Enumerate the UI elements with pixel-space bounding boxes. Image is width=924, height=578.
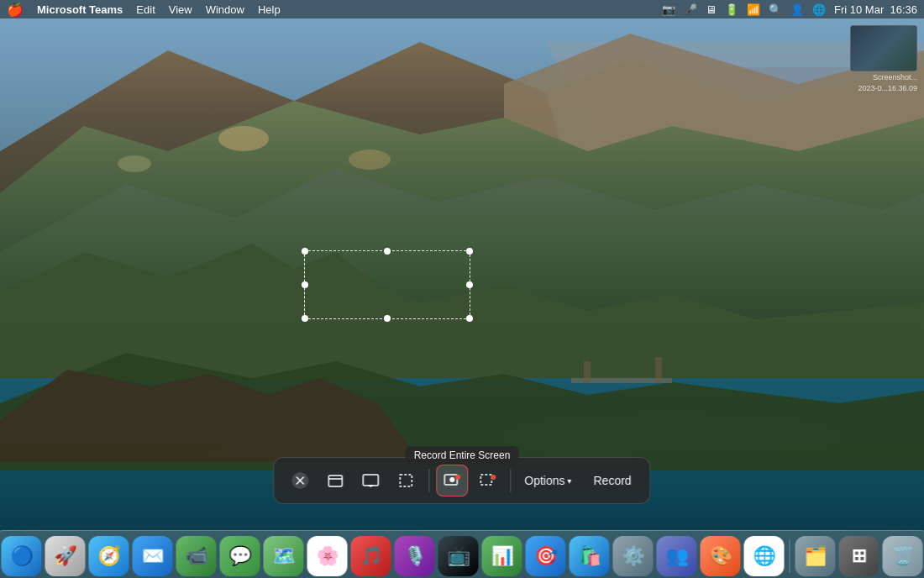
record-screen-button[interactable]	[436, 465, 468, 497]
dock-appletv[interactable]: 📺	[438, 536, 479, 576]
dock: 🔵 🚀 🧭 ✉️ 📹 💬 🗺️ 🌸 🎵 🎙️ 📺 📊 🎯	[0, 530, 924, 578]
handle-bottom-left[interactable]	[302, 315, 308, 322]
dock-keynote[interactable]: 🎯	[526, 536, 566, 576]
battery-icon: 🔋	[725, 3, 738, 16]
svg-point-34	[491, 475, 496, 480]
handle-top-left[interactable]	[302, 248, 308, 255]
record-screen-icon	[443, 471, 461, 490]
record-selection-button[interactable]	[471, 465, 503, 497]
svg-point-19	[349, 150, 391, 170]
menu-bar-right: 📷 🎤 🖥 🔋 📶 🔍 👤 🌐 Fri 10 Mar 16:36	[662, 3, 917, 16]
dock-separator	[790, 539, 790, 573]
screen-mirror-icon: 🖥	[706, 3, 717, 16]
svg-rect-16	[584, 361, 591, 382]
wifi-icon: 📶	[747, 3, 760, 16]
capture-screen-button[interactable]	[354, 465, 386, 497]
svg-point-20	[118, 155, 151, 172]
menu-bar-left: 🍎 Microsoft Teams Edit View Window Help	[7, 2, 281, 18]
screenshot-thumbnail	[850, 25, 917, 71]
dock-finder[interactable]: 🔵	[2, 536, 42, 576]
view-menu[interactable]: View	[169, 3, 192, 16]
record-selection-icon	[478, 471, 496, 490]
dock-trash[interactable]: 🗑️	[883, 536, 923, 576]
dock-mail[interactable]: ✉️	[133, 536, 173, 576]
toolbar-separator-1	[428, 469, 429, 492]
options-button[interactable]: Options ▾	[517, 469, 578, 492]
svg-rect-29	[400, 475, 412, 486]
dock-teams[interactable]: 👥	[657, 536, 697, 576]
handle-top-right[interactable]	[466, 248, 473, 255]
dock-photos[interactable]: 🌸	[307, 536, 348, 576]
capture-selection-icon	[396, 471, 415, 490]
date-display: Fri 10 Mar 16:36	[834, 3, 917, 16]
siri-icon[interactable]: 🌐	[812, 3, 826, 16]
dock-appstore[interactable]: 🛍️	[570, 536, 610, 576]
close-icon	[291, 471, 309, 490]
help-menu[interactable]: Help	[258, 3, 281, 16]
screenshot-label: Screenshot... 2023-0...16.36.09	[858, 72, 917, 93]
handle-bottom-center[interactable]	[384, 315, 391, 322]
dock-podcasts[interactable]: 🎙️	[395, 536, 435, 576]
capture-screen-icon	[361, 471, 380, 490]
dock-sketchbook[interactable]: 🎨	[701, 536, 741, 576]
svg-rect-26	[363, 475, 378, 486]
dock-music[interactable]: 🎵	[351, 536, 391, 576]
svg-rect-17	[655, 357, 662, 382]
apple-menu[interactable]: 🍎	[7, 2, 24, 18]
chevron-down-icon: ▾	[568, 476, 572, 486]
dock-launchpad[interactable]: 🚀	[45, 536, 86, 576]
record-button[interactable]: Record	[585, 469, 640, 492]
dock-files[interactable]: 🗂️	[795, 536, 836, 576]
handle-top-center[interactable]	[384, 248, 391, 255]
handle-mid-right[interactable]	[466, 281, 473, 288]
capture-window-button[interactable]	[319, 465, 351, 497]
close-button[interactable]	[284, 465, 316, 497]
dock-sysprefs[interactable]: ⚙️	[613, 536, 654, 576]
capture-window-icon	[326, 471, 344, 490]
camera-status-icon: 📷	[662, 3, 675, 16]
dock-maps[interactable]: 🗺️	[264, 536, 304, 576]
svg-point-18	[218, 126, 269, 151]
svg-rect-24	[328, 476, 342, 486]
dock-grid[interactable]: ⊞	[839, 536, 879, 576]
dock-safari[interactable]: 🧭	[89, 536, 129, 576]
toolbar-tooltip: Record Entire Screen	[406, 446, 519, 465]
dock-chrome[interactable]: 🌐	[744, 536, 785, 576]
svg-rect-33	[480, 475, 491, 485]
dock-messages[interactable]: 💬	[220, 536, 260, 576]
app-name[interactable]: Microsoft Teams	[37, 3, 123, 16]
window-menu[interactable]: Window	[206, 3, 244, 16]
screenshot-thumbnail-preview	[851, 26, 916, 71]
dock-facetime[interactable]: 📹	[176, 536, 217, 576]
toolbar-separator-2	[510, 469, 511, 492]
svg-point-32	[449, 477, 454, 482]
search-icon[interactable]: 🔍	[769, 3, 782, 16]
dock-numbers[interactable]: 📊	[482, 536, 522, 576]
control-center-icon[interactable]: 👤	[790, 3, 804, 16]
handle-mid-left[interactable]	[302, 281, 308, 288]
svg-point-31	[455, 475, 460, 480]
menu-bar: 🍎 Microsoft Teams Edit View Window Help …	[0, 0, 924, 18]
handle-bottom-right[interactable]	[466, 315, 473, 322]
edit-menu[interactable]: Edit	[136, 3, 155, 16]
mic-status-icon: 🎤	[684, 3, 697, 16]
capture-selection-button[interactable]	[390, 465, 422, 497]
selection-rectangle[interactable]	[304, 250, 470, 319]
